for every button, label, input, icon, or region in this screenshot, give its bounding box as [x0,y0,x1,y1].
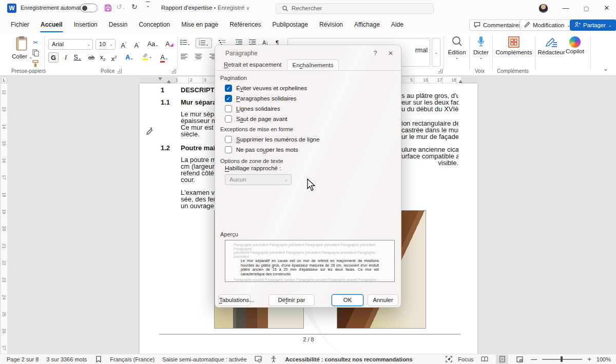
dialog-help-button[interactable]: ? [370,48,380,58]
close-button[interactable]: ✕ [596,0,616,16]
dialog-tab[interactable]: Enchaînements [287,59,339,70]
page-indicator[interactable]: Page 2 sur 8 [7,356,38,362]
ribbon-tabs: FichierAccueilInsertionDessinConceptionM… [5,16,409,34]
preview-section-label: Aperçu [220,231,242,237]
word-app-icon[interactable]: W [7,4,16,13]
ribbon-tab[interactable]: Affichage [349,16,386,34]
ribbon-tab[interactable]: Insertion [68,16,103,34]
dictate-button[interactable]: Dicter⌄ [471,36,491,60]
dialog-close-button[interactable]: ✕ [386,48,396,58]
ribbon-tab[interactable]: Révision [314,16,349,34]
ribbon-tab[interactable]: Publipostage [267,16,314,34]
zoom-level[interactable]: 100% [596,356,611,362]
display-settings-icon[interactable] [255,355,262,363]
grow-font-button[interactable]: Aˆ [119,39,129,49]
cancel-button[interactable]: Annuler [368,294,398,306]
accessibility-icon[interactable] [270,355,278,363]
clear-formatting-button[interactable]: A◢ [164,39,175,49]
addins-button[interactable]: Compléments [494,36,533,55]
save-icon[interactable] [104,4,112,13]
customize-qat-icon[interactable]: ⌄ [146,2,150,9]
dialog-checkbox[interactable]: Lignes solidaires [225,105,401,113]
language-indicator[interactable]: Français (France) [110,356,155,362]
ribbon-tab[interactable]: Mise en page [176,16,224,34]
proofing-icon[interactable] [94,355,102,363]
chevron-down-icon: ⌄ [87,39,90,49]
wrap-combo[interactable]: Aucun⌄ [225,174,292,185]
editor-button[interactable]: Rédacteur [537,36,566,55]
undo-icon[interactable]: ↺⌄ [116,3,125,11]
zoom-in-button[interactable]: + [587,355,591,363]
document-text-left[interactable]: 1DESCRIPTION1.1Mur séparatifLe mur sépaé… [140,87,215,210]
align-left-button[interactable] [179,52,189,63]
bullets-button[interactable]: ⌄ [179,38,192,48]
hanging-indent-marker[interactable] [167,80,171,83]
subscript-button[interactable]: x2 [98,52,108,63]
first-line-indent-marker[interactable] [158,77,162,80]
redo-icon[interactable]: ↻ [131,3,138,11]
copilot-button[interactable]: Copilot [564,36,586,54]
minimize-button[interactable]: — [555,0,576,16]
font-dialog-launcher[interactable] [171,69,176,73]
zoom-out-button[interactable]: — [531,356,537,363]
restore-button[interactable]: ▢ [576,0,596,16]
italic-button[interactable]: I [61,52,71,63]
document-title[interactable]: Rapport d'expertise • Enregistré ∨ [161,5,249,11]
dialog-tab[interactable]: Retrait et espacement [219,59,287,70]
cut-icon[interactable]: ✂ [31,38,40,47]
editing-mode-button[interactable]: Modification ⌄ [519,19,575,31]
autocomplete-status[interactable]: Saisie semi-automatique : activée [162,356,246,362]
accessibility-status[interactable]: Accessibilité : consultez nos recommanda… [285,356,413,362]
web-layout-button[interactable] [513,355,526,364]
word-count[interactable]: 3 sur 3366 mots [46,356,87,362]
superscript-button[interactable]: x2 [109,52,119,63]
dialog-checkbox[interactable]: Paragraphes solidaires [225,94,401,103]
zoom-slider[interactable] [542,359,582,360]
clipboard-dialog-launcher[interactable] [117,69,122,73]
document-text-right[interactable]: s au plâtre gros, d'uneeur sur les deux … [401,87,458,167]
set-default-button[interactable]: Définir par défaut [268,294,315,306]
focus-label[interactable]: Focus [458,356,473,362]
ribbon-tab[interactable]: Conception [133,16,176,34]
vertical-ruler[interactable]: 12131415161718192021222324252627 [1,84,7,354]
autosave-toggle[interactable] [80,4,98,12]
underline-button[interactable]: S⌄ [71,52,84,63]
user-avatar[interactable] [538,4,548,13]
ok-button[interactable]: OK [332,294,363,306]
search-input[interactable]: Rechercher [276,3,434,14]
tabulations-button[interactable]: Tabulations... [219,294,251,306]
focus-icon[interactable] [445,355,453,363]
collapse-ribbon-icon[interactable]: ⌄ [601,64,611,74]
dialog-checkbox[interactable]: Saut de page avant [225,115,401,123]
dialog-checkbox[interactable]: Ne pas couper les mots [225,146,401,154]
edition-button[interactable]: Édition⌄ [446,36,468,60]
bold-button[interactable]: G [48,52,59,63]
change-case-button[interactable]: Aa⌄ [145,39,161,49]
font-size-combo[interactable]: 10⌄ [95,39,116,50]
comments-button[interactable]: Commentaires [469,19,526,31]
copy-icon[interactable] [31,49,40,58]
dialog-checkbox[interactable]: Éviter veuves et orphelines [225,84,401,92]
tab-selector[interactable]: L [1,77,7,83]
share-button[interactable]: Partager ⌄ [570,19,616,31]
align-center-button[interactable] [193,52,203,63]
styles-dialog-launcher[interactable] [438,69,442,73]
ribbon-tab[interactable]: Dessin [103,16,133,34]
ribbon-tab[interactable]: Accueil [35,16,68,34]
styles-gallery-scroll[interactable]: ⌄ [432,38,440,67]
text-effects-button[interactable]: A⌄ [122,52,137,63]
highlight-button[interactable]: ⌄ [140,52,154,63]
zoom-slider-thumb[interactable] [561,356,563,362]
read-mode-button[interactable] [478,355,491,364]
shrink-font-button[interactable]: Aˇ [132,39,142,49]
strikethrough-button[interactable]: ab [86,52,97,63]
ribbon-tab[interactable]: Aide [386,16,409,34]
dialog-checkbox[interactable]: Supprimer les numéros de ligne [225,135,401,144]
numbering-button[interactable]: 123⌄ [196,38,212,48]
ribbon-tab[interactable]: Fichier [5,16,35,34]
font-name-combo[interactable]: Arial⌄ [48,39,93,50]
ribbon-tab[interactable]: Références [224,16,266,34]
print-layout-button[interactable] [496,355,508,364]
paragraph-dialog[interactable]: Paragraphe ? ✕ Retrait et espacementEnch… [215,45,401,308]
font-color-button[interactable]: A⌄ [157,52,171,63]
